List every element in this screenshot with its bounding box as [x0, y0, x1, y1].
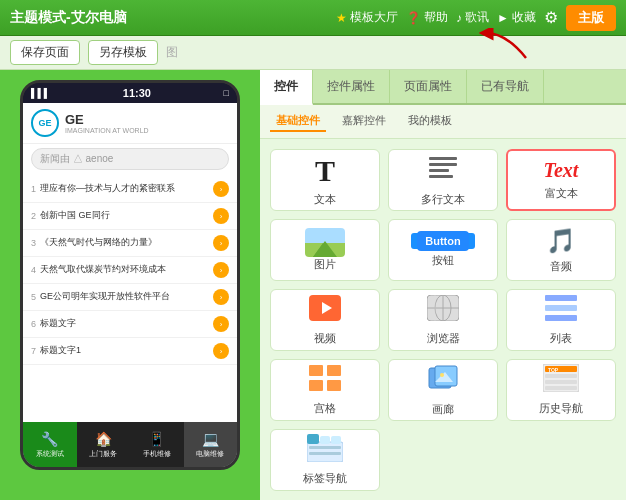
grid-label: 宫格	[314, 401, 336, 416]
main-content: ▌▌▌ 11:30 □ GE GE IMAGINATION AT WORLD 新…	[0, 70, 626, 500]
control-history[interactable]: TOP 历史导航	[506, 359, 616, 421]
album-label: 画廊	[432, 402, 454, 417]
controls-grid: T 文本 多行文本 Text 富文本	[260, 139, 626, 500]
phone-bottom-tabs: 🔧 系统测试 🏠 上门服务 📱 手机维修 💻 电脑维修	[23, 422, 237, 467]
tab-controls[interactable]: 控件	[260, 70, 313, 105]
tab-page-props[interactable]: 页面属性	[390, 70, 467, 103]
news-num: 5	[31, 292, 36, 302]
svg-rect-13	[545, 305, 577, 311]
control-browser[interactable]: 浏览器	[388, 289, 498, 351]
news-num: 7	[31, 346, 36, 356]
control-list[interactable]: 列表	[506, 289, 616, 351]
text-icon: T	[315, 154, 335, 188]
save-template-button[interactable]: 另存模板	[88, 40, 158, 65]
app-title: 主题模式-艾尔电脑	[10, 9, 127, 27]
browser-icon	[427, 295, 459, 327]
svg-rect-12	[545, 295, 577, 301]
phone-device: ▌▌▌ 11:30 □ GE GE IMAGINATION AT WORLD 新…	[20, 80, 240, 470]
news-num: 4	[31, 265, 36, 275]
control-richtext[interactable]: Text 富文本	[506, 149, 616, 211]
right-panel: 控件 控件属性 页面属性 已有导航 基础控件 嘉辉控件 我的模板 T 文本	[260, 70, 626, 500]
tab-item-pc[interactable]: 💻 电脑维修	[184, 422, 238, 467]
phone-status-bar: ▌▌▌ 11:30 □	[23, 83, 237, 103]
tab-navigation[interactable]: 已有导航	[467, 70, 544, 103]
control-tabnav[interactable]: 标签导航	[270, 429, 380, 491]
sys-tab-icon: 🔧	[41, 431, 58, 447]
list-item: 5 GE公司明年实现开放性软件平台 ›	[23, 284, 237, 311]
image-preview-icon	[305, 228, 345, 257]
audio-icon: 🎵	[546, 227, 576, 255]
settings-icon[interactable]: ⚙	[544, 8, 558, 27]
tab-item-door[interactable]: 🏠 上门服务	[77, 422, 131, 467]
history-label: 历史导航	[539, 401, 583, 416]
multitext-icon	[427, 154, 459, 188]
svg-rect-31	[320, 436, 330, 444]
svg-rect-26	[545, 374, 577, 378]
news-arrow-icon[interactable]: ›	[213, 262, 229, 278]
door-tab-label: 上门服务	[89, 449, 117, 459]
news-arrow-icon[interactable]: ›	[213, 289, 229, 305]
svg-rect-4	[429, 175, 453, 178]
list-item: 3 《天然气时代与网络的力量》 ›	[23, 230, 237, 257]
svg-rect-2	[429, 163, 457, 166]
news-list: 1 理应有你—技术与人才的紧密联系 › 2 创新中国 GE同行 › 3 《天然气…	[23, 174, 237, 367]
news-arrow-icon[interactable]: ›	[213, 343, 229, 359]
phone-tab-label: 手机维修	[143, 449, 171, 459]
svg-rect-18	[327, 380, 341, 391]
sub-tabs: 基础控件 嘉辉控件 我的模板	[260, 105, 626, 139]
news-num: 6	[31, 319, 36, 329]
news-num: 1	[31, 184, 36, 194]
news-arrow-icon[interactable]: ›	[213, 181, 229, 197]
svg-point-22	[440, 373, 444, 377]
svg-rect-28	[545, 386, 577, 390]
svg-rect-27	[545, 380, 577, 384]
control-button[interactable]: Button 按钮	[388, 219, 498, 281]
phone-tab-icon: 📱	[148, 431, 165, 447]
svg-rect-16	[327, 365, 341, 376]
phone-search[interactable]: 新闻由 △ aenoe	[31, 148, 229, 170]
svg-rect-30	[307, 434, 319, 444]
phone-panel: ▌▌▌ 11:30 □ GE GE IMAGINATION AT WORLD 新…	[0, 70, 260, 500]
toolbar: 保存页面 另存模板 图	[0, 36, 626, 70]
news-arrow-icon[interactable]: ›	[213, 208, 229, 224]
list-item: 2 创新中国 GE同行 ›	[23, 203, 237, 230]
news-text: GE公司明年实现开放性软件平台	[40, 291, 213, 303]
news-text: 标题文字	[40, 318, 213, 330]
subtab-basic[interactable]: 基础控件	[270, 111, 326, 132]
list-item: 6 标题文字 ›	[23, 311, 237, 338]
list-item: 4 天然气取代煤炭节约对环境成本 ›	[23, 257, 237, 284]
subtab-my-templates[interactable]: 我的模板	[402, 111, 458, 132]
pc-tab-label: 电脑维修	[196, 449, 224, 459]
control-album[interactable]: 画廊	[388, 359, 498, 421]
news-num: 3	[31, 238, 36, 248]
tab-item-phone[interactable]: 📱 手机维修	[130, 422, 184, 467]
news-arrow-icon[interactable]: ›	[213, 235, 229, 251]
svg-rect-32	[331, 436, 341, 444]
nav-help[interactable]: ❓ 帮助	[406, 9, 448, 26]
tabnav-label: 标签导航	[303, 471, 347, 486]
button-label: 按钮	[432, 253, 454, 268]
news-text: 创新中国 GE同行	[40, 210, 213, 222]
door-tab-icon: 🏠	[95, 431, 112, 447]
control-image[interactable]: 图片	[270, 219, 380, 281]
brand-name: GE	[65, 112, 149, 127]
control-audio[interactable]: 🎵 音频	[506, 219, 616, 281]
richtext-icon: Text	[544, 159, 579, 182]
control-video[interactable]: 视频	[270, 289, 380, 351]
tab-item-sys[interactable]: 🔧 系统测试	[23, 422, 77, 467]
nav-template[interactable]: ★ 模板大厅	[336, 9, 398, 26]
svg-rect-14	[545, 315, 577, 321]
nav-collect[interactable]: ► 收藏	[497, 9, 536, 26]
control-text[interactable]: T 文本	[270, 149, 380, 211]
active-button[interactable]: 主版	[566, 5, 616, 31]
phone-time: 11:30	[123, 87, 151, 99]
nav-news[interactable]: ♪ 歌讯	[456, 9, 489, 26]
control-grid[interactable]: 宫格	[270, 359, 380, 421]
tab-control-props[interactable]: 控件属性	[313, 70, 390, 103]
top-nav: 主题模式-艾尔电脑 ★ 模板大厅 ❓ 帮助 ♪ 歌讯 ► 收藏 ⚙ 主版	[0, 0, 626, 36]
control-multitext[interactable]: 多行文本	[388, 149, 498, 211]
save-page-button[interactable]: 保存页面	[10, 40, 80, 65]
subtab-jiahui[interactable]: 嘉辉控件	[336, 111, 392, 132]
news-arrow-icon[interactable]: ›	[213, 316, 229, 332]
svg-rect-1	[429, 157, 457, 160]
